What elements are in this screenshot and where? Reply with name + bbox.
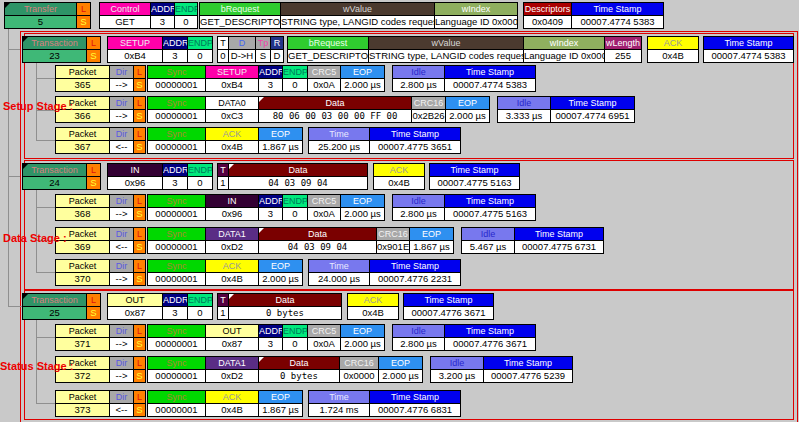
descriptors-column: Descriptors0x0409 — [524, 3, 571, 28]
packet-header[interactable]: Packet — [56, 391, 109, 404]
l-header[interactable]: L — [77, 3, 90, 16]
eop-value: 2.000 µs — [341, 79, 384, 91]
l-header[interactable]: L — [87, 164, 100, 177]
tree-connector-line — [8, 49, 20, 50]
packet-header[interactable]: Packet — [56, 260, 109, 273]
l-header[interactable]: L — [134, 228, 145, 241]
packet-368-table-2: Idle2.800 µsTime Stamp00007.4775 5163 — [392, 194, 536, 221]
tree-connector-line — [8, 29, 9, 306]
setup-header: SETUP — [108, 37, 162, 50]
transaction-24-table-0: Transaction24LS — [22, 163, 101, 190]
packet-header[interactable]: Packet — [56, 325, 109, 338]
data-header[interactable]: Data — [259, 97, 411, 110]
sync-header: Sync — [148, 357, 205, 370]
tree-connector-line — [36, 403, 55, 404]
addr-value: 3 — [151, 16, 174, 28]
transaction-25-table-2: T1Data0 bytes — [217, 293, 342, 320]
packet-value: 373 — [56, 404, 109, 416]
transfer-id-table: Transfer5LS — [4, 2, 91, 29]
t-header: T — [218, 164, 228, 177]
time-value: 1.724 ms — [309, 404, 369, 416]
l-value: S — [87, 307, 100, 319]
packet-371-table-2: Idle2.800 µsTime Stamp00007.4776 3671 — [392, 324, 536, 351]
in-header: IN — [206, 195, 258, 208]
l-column: LS — [133, 128, 145, 153]
crc16-header: CRC16 — [412, 97, 445, 110]
data-header[interactable]: Data — [229, 164, 367, 177]
l-header[interactable]: L — [87, 294, 100, 307]
packet-header[interactable]: Packet — [56, 128, 109, 141]
d-header: D — [229, 37, 255, 50]
l-header[interactable]: L — [134, 325, 145, 338]
in-column: IN0x96 — [108, 164, 162, 189]
eop-value: 2.000 µs — [259, 273, 302, 285]
addr-value: 3 — [163, 177, 187, 189]
packet-369-table-0: Packet369Dir<--LS — [55, 227, 146, 254]
l-column: LS — [133, 195, 145, 220]
crc16-column: CRC160x2B26 — [411, 97, 445, 122]
eop-column: EOP2.000 µs — [378, 357, 422, 382]
d-value: D->H — [229, 50, 255, 62]
l-header[interactable]: L — [134, 66, 145, 79]
l-header[interactable]: L — [134, 97, 145, 110]
data-value: 80 06 00 03 00 00 FF 00 — [259, 110, 411, 122]
brequest-header: bRequest — [288, 37, 368, 50]
l-header[interactable]: L — [134, 128, 145, 141]
l-header[interactable]: L — [134, 391, 145, 404]
eop-column: EOP2.000 µs — [445, 97, 489, 122]
dir-value: --> — [110, 208, 133, 220]
t-value: 1 — [218, 307, 228, 319]
time-stamp-value: 00007.4776 6831 — [370, 404, 460, 416]
data-column: Data0 bytes — [228, 294, 341, 319]
time-stamp-header: Time Stamp — [370, 128, 460, 141]
idle-header: Idle — [498, 97, 550, 110]
windex-column: wIndexLanguage ID 0x0000 — [434, 3, 517, 28]
l-value: S — [134, 404, 145, 416]
sync-column: Sync00000001 — [148, 66, 205, 91]
ack-column: ACK0x4B — [348, 294, 398, 319]
time-stamp-header: Time Stamp — [370, 391, 460, 404]
setup-column: SETUP0xB4 — [108, 37, 162, 62]
l-header[interactable]: L — [134, 260, 145, 273]
data-header[interactable]: Data — [259, 357, 339, 370]
packet-header[interactable]: Packet — [56, 195, 109, 208]
time-stamp-column: Time Stamp00007.4776 6831 — [369, 391, 460, 416]
eop-header: EOP — [341, 66, 384, 79]
collapse-marker-icon — [259, 228, 264, 233]
dir-header: Dir — [110, 357, 133, 370]
sync-column: Sync00000001 — [148, 357, 205, 382]
stage-label: Data Stage : — [3, 232, 67, 244]
addr-column: ADDR3 — [150, 3, 174, 28]
transaction-header[interactable]: Transaction — [23, 37, 86, 50]
data-header[interactable]: Data — [229, 294, 341, 307]
l-header[interactable]: L — [134, 195, 145, 208]
transfer-pid-table: ControlGETADDR3ENDP0 — [99, 2, 198, 29]
addr-header: ADDR — [163, 294, 187, 307]
crc5-column: CRC50x0A — [307, 325, 340, 350]
sync-header: Sync — [148, 66, 205, 79]
sync-value: 00000001 — [148, 273, 205, 285]
l-column: LS — [133, 325, 145, 350]
time-stamp-header: Time Stamp — [404, 294, 493, 307]
collapse-marker-icon — [5, 3, 10, 8]
time-stamp-value: 00007.4776 3671 — [445, 338, 535, 350]
ack-header: ACK — [206, 128, 258, 141]
crc5-header: CRC5 — [308, 325, 340, 338]
data-column: Data04 03 09 04 — [258, 228, 376, 253]
endp-value: 0 — [283, 208, 307, 220]
l-header[interactable]: L — [134, 357, 145, 370]
transfer-header[interactable]: Transfer — [5, 3, 76, 16]
transaction-header[interactable]: Transaction — [23, 164, 86, 177]
addr-header: ADDR — [151, 3, 174, 16]
transaction-header[interactable]: Transaction — [23, 294, 86, 307]
control-value: GET — [100, 16, 150, 28]
data-header[interactable]: Data — [259, 228, 376, 241]
ack-header: ACK — [348, 294, 398, 307]
sync-header: Sync — [148, 260, 205, 273]
ack-value: 0x4B — [206, 141, 258, 153]
stage-label: Setup Stage : — [3, 100, 73, 112]
time-stamp-value: 00007.4776 5239 — [484, 370, 572, 382]
l-header[interactable]: L — [87, 37, 100, 50]
data-value: 0 bytes — [259, 370, 339, 382]
packet-header[interactable]: Packet — [56, 66, 109, 79]
